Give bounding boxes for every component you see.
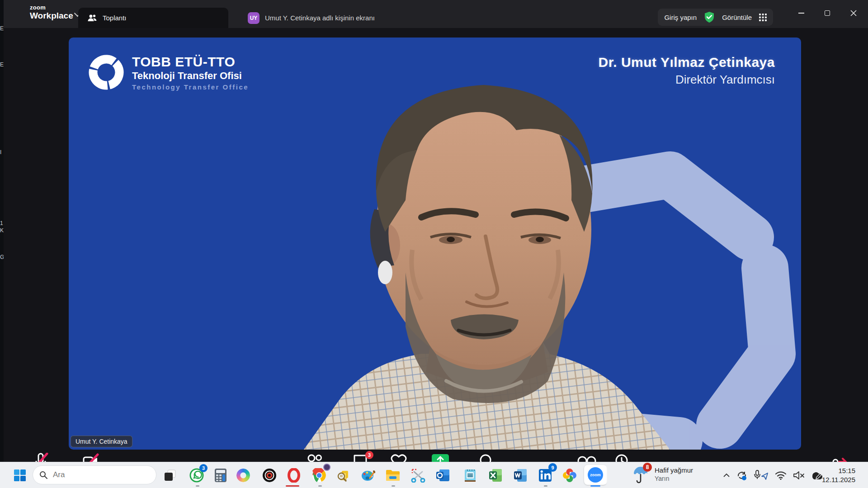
header-actions: Giriş yapın Görüntüle (658, 9, 773, 26)
notepad-icon (464, 468, 476, 483)
outlook-icon (436, 469, 450, 482)
outlook-button[interactable] (434, 466, 452, 484)
maximize-button[interactable] (815, 0, 840, 26)
stop-video-icon[interactable] (81, 453, 99, 462)
paint-button[interactable] (359, 466, 377, 484)
more-icon[interactable] (614, 453, 629, 462)
taskbar-clock[interactable]: 15:15 12.11.2025 (822, 466, 855, 485)
volume-muted-icon[interactable] (793, 470, 805, 480)
maximize-icon (825, 10, 830, 16)
view-button[interactable]: Görüntüle (722, 14, 752, 21)
clock-time: 15:15 (822, 466, 855, 475)
zoom-workplace-logo: zoom Workplace (30, 5, 73, 20)
zoom-running-indicator (590, 485, 600, 487)
search-icon (39, 471, 47, 479)
file-explorer-icon (386, 469, 400, 482)
participants-icon[interactable] (304, 453, 324, 462)
linkedin-button[interactable]: 9 (536, 466, 554, 484)
weather-widget[interactable]: 8 Hafif yağmur Yarın (632, 465, 693, 484)
speaker-person (69, 38, 801, 450)
word-icon (514, 469, 527, 482)
speaker-video-tile[interactable]: Dr. Umut Yılmaz Çetinkaya Direktör Yardı… (69, 38, 801, 450)
tab-meeting-label: Toplantı (103, 14, 127, 22)
search-input[interactable] (52, 470, 142, 480)
excel-icon (489, 469, 502, 482)
zoom-app-icon: zoom (588, 467, 603, 483)
explorer-running-indicator (392, 485, 395, 487)
weather-when: Yarın (655, 475, 693, 483)
close-icon (850, 10, 857, 16)
avatar: UY (248, 12, 259, 24)
wifi-icon[interactable] (775, 471, 787, 480)
fragment-text: E (0, 61, 4, 68)
screen: E E I 1 K G zoom Workplace Toplantı (0, 0, 868, 488)
people-icon (87, 14, 97, 22)
leave-share-icon[interactable] (832, 453, 848, 462)
excel-button[interactable] (486, 466, 505, 484)
zoom-app-button[interactable]: zoom (584, 465, 607, 485)
opera-icon (287, 468, 301, 483)
word-button[interactable] (511, 466, 529, 484)
security-shield-icon[interactable] (704, 11, 715, 23)
tray-chevron-up-icon[interactable] (723, 473, 730, 478)
chrome-icon (312, 468, 326, 483)
start-button[interactable] (11, 466, 29, 484)
notepad-button[interactable] (461, 466, 479, 484)
snipping-tool-icon (410, 468, 426, 483)
close-button[interactable] (841, 0, 866, 26)
tab-meeting[interactable]: Toplantı (78, 8, 228, 28)
share-screen-icon[interactable] (431, 453, 450, 462)
minimize-button[interactable] (788, 0, 814, 26)
copilot-icon (236, 469, 250, 482)
photos-icon (563, 469, 576, 482)
reactions-icon[interactable] (390, 453, 407, 462)
weather-condition: Hafif yağmur (655, 466, 693, 475)
mic-location-icons[interactable] (754, 470, 769, 481)
record-icon[interactable] (478, 453, 493, 462)
fragment-text: I (0, 149, 1, 155)
whatsapp-button[interactable]: 3 (188, 466, 206, 484)
fragment-text: 1 (0, 220, 3, 226)
brand-zoom: zoom (30, 5, 73, 10)
chrome-button[interactable] (310, 466, 328, 484)
brand-workplace: Workplace (30, 11, 73, 20)
paint-icon (361, 468, 375, 483)
taskbar-search[interactable] (33, 465, 156, 484)
participant-name-tag: Umut Y. Cetinkaya (71, 436, 132, 447)
chrome-extension-badge (323, 464, 330, 471)
clock-date: 12.11.2025 (822, 475, 855, 484)
task-view-button[interactable] (161, 466, 179, 484)
chat-button[interactable]: 3 (353, 453, 373, 462)
windows-logo-icon (14, 469, 26, 481)
grid-view-icon[interactable] (759, 14, 767, 21)
task-view-icon (164, 469, 176, 481)
weather-alert-badge: 8 (643, 463, 652, 472)
whatsapp-running-indicator (196, 485, 199, 487)
opera-button[interactable] (285, 466, 303, 484)
signin-button[interactable]: Giriş yapın (664, 14, 697, 21)
search-tool-button[interactable] (334, 466, 352, 484)
tab-shared-screen-label: Umut Y. Cetinkaya adlı kişinin ekranı (265, 14, 375, 22)
mute-mic-icon[interactable] (32, 453, 50, 462)
fragment-text: K (0, 227, 4, 234)
photos-button[interactable] (561, 466, 579, 484)
zoom-workplace-window: zoom Workplace Toplantı UY Umut Y. Cetin… (4, 0, 868, 462)
snipping-tool-button[interactable] (409, 466, 427, 484)
window-header: zoom Workplace Toplantı UY Umut Y. Cetin… (4, 0, 868, 28)
whatsapp-badge: 3 (199, 464, 208, 472)
system-tray (723, 462, 824, 488)
fragment-text: E (0, 25, 4, 32)
minimize-icon (798, 13, 804, 14)
calculator-button[interactable] (212, 466, 230, 484)
chrome-running-indicator (318, 485, 322, 487)
participant-name: Umut Y. Cetinkaya (75, 438, 127, 445)
tab-shared-screen[interactable]: UY Umut Y. Cetinkaya adlı kişinin ekranı (248, 8, 375, 28)
recorder-button[interactable] (260, 466, 278, 484)
file-explorer-button[interactable] (384, 466, 402, 484)
copilot-button[interactable] (234, 466, 252, 484)
apps-icon[interactable] (577, 453, 597, 462)
sync-update-icon[interactable] (736, 470, 748, 481)
linkedin-badge: 9 (548, 463, 557, 472)
windows-taskbar: 3 (0, 462, 868, 488)
recorder-icon (262, 468, 277, 483)
